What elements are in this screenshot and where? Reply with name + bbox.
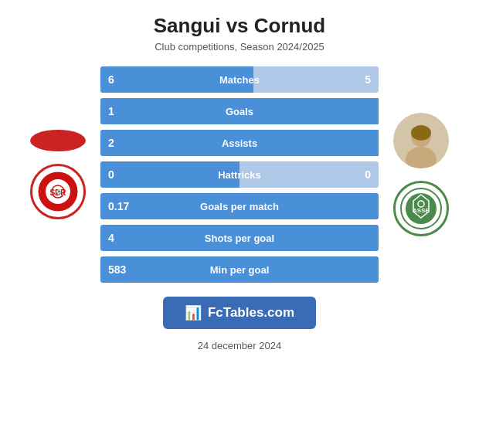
chart-icon: 📊 <box>185 304 202 321</box>
reims-shield-icon: SDR ⚽ <box>36 170 80 213</box>
svg-text:⚽: ⚽ <box>56 189 62 195</box>
asse-logo: ASSE <box>393 181 449 236</box>
stat-left-value: 2 <box>108 137 130 149</box>
right-logos: ASSE <box>379 113 464 236</box>
left-logos: SDR ⚽ <box>15 130 100 219</box>
stat-row: 0 Hattricks 0 <box>100 161 379 188</box>
stat-row: 1 Goals 0 <box>100 98 379 124</box>
svg-text:ASSE: ASSE <box>413 207 430 214</box>
svg-point-8 <box>411 125 431 141</box>
page-subtitle: Club competitions, Season 2024/2025 <box>155 41 324 53</box>
fctables-label: FcTables.com <box>208 305 294 321</box>
stat-label: Matches <box>130 74 349 86</box>
stat-label: Assists <box>130 137 349 149</box>
fctables-banner[interactable]: 📊 FcTables.com <box>163 297 316 329</box>
stat-left-value: 583 <box>108 263 139 276</box>
stat-label: Min per goal <box>139 264 340 276</box>
stat-row: 0.17 Goals per match <box>100 193 379 219</box>
stat-row: 583 Min per goal <box>100 256 379 283</box>
stat-label: Shots per goal <box>139 232 340 244</box>
stat-row: 6 Matches 5 <box>100 66 379 93</box>
page-container: Sangui vs Cornud Club competitions, Seas… <box>0 0 479 448</box>
stats-section: 6 Matches 5 1 Goals 0 2 Assists 0 0 Hatt… <box>100 66 379 283</box>
stat-label: Goals per match <box>139 201 340 212</box>
page-title: Sangui vs Cornud <box>154 14 325 38</box>
stat-right-value: 0 <box>349 105 371 117</box>
player-avatar <box>393 113 449 168</box>
player-face-icon <box>393 113 449 168</box>
stat-label: Hattricks <box>130 169 349 181</box>
stat-left-value: 4 <box>108 232 139 244</box>
stat-row: 4 Shots per goal <box>100 225 379 251</box>
stat-right-value: 0 <box>349 137 371 149</box>
stat-left-value: 6 <box>108 73 130 86</box>
stat-right-value: 5 <box>349 73 371 86</box>
main-content: SDR ⚽ 6 Matches 5 1 Goals 0 2 Assists 0 <box>0 66 479 283</box>
stat-left-value: 0.17 <box>108 200 139 212</box>
asse-shield-icon: ASSE <box>399 187 443 230</box>
stat-label: Goals <box>130 106 349 117</box>
stat-right-value: 0 <box>349 168 371 181</box>
stat-left-value: 1 <box>108 105 130 117</box>
stat-left-value: 0 <box>108 168 130 181</box>
reims-oval-decoration <box>30 130 86 151</box>
stat-row: 2 Assists 0 <box>100 130 379 156</box>
date-label: 24 december 2024 <box>198 340 281 351</box>
reims-logo: SDR ⚽ <box>30 164 86 219</box>
